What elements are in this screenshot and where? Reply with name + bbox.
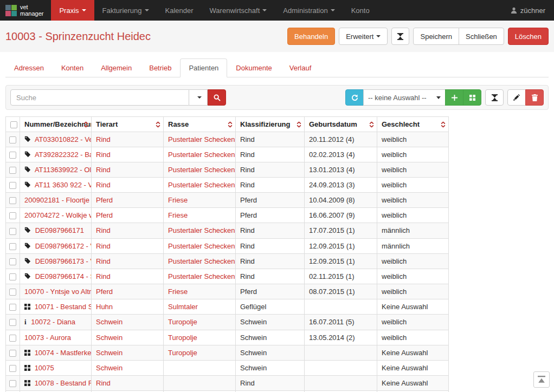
row-checkbox[interactable] <box>9 197 16 204</box>
table-row[interactable]: 10075 Schwein Schwein Keine Auswahl <box>6 360 449 375</box>
patient-name-link[interactable]: 10075 <box>35 364 54 372</box>
table-row[interactable]: i 10072 - Diana Schwein Turopolje Schwei… <box>6 314 449 330</box>
patient-name-cell[interactable]: AT113639922 - Olivia <box>20 162 92 178</box>
row-checkbox[interactable] <box>9 258 16 265</box>
history-hourglass-button[interactable] <box>391 28 409 45</box>
patient-name-link[interactable]: 200704272 - Wolkje va... <box>24 211 92 219</box>
vetmanager-logo[interactable]: vet manager <box>0 0 51 21</box>
column-header-tierart[interactable]: Tierart <box>92 117 164 132</box>
loeschen-button[interactable]: Löschen <box>508 28 549 45</box>
sort-icons[interactable] <box>156 121 160 127</box>
patient-name-link[interactable]: DE0987966171 <box>35 226 84 234</box>
patient-name-link[interactable]: AT392822322 - Bambi <box>35 151 92 159</box>
nav-menu-item[interactable]: Kalender <box>157 0 202 21</box>
search-options-button[interactable] <box>189 89 208 106</box>
patient-name-cell[interactable]: AT392822322 - Bambi <box>20 147 92 162</box>
column-header-nummer[interactable]: Nummer/Bezeichnung <box>20 117 92 132</box>
tab[interactable]: Patienten <box>180 58 227 77</box>
sort-icons[interactable] <box>297 121 301 127</box>
patient-name-cell[interactable]: AT033010822 - Vera <box>20 132 92 147</box>
patient-name-link[interactable]: AT113639922 - Olivia <box>35 166 92 174</box>
nav-menu-item[interactable]: Praxis <box>51 0 94 21</box>
table-row[interactable]: 10073 - Aurora Schwein Turopolje Schwein… <box>6 330 449 345</box>
patient-name-cell[interactable]: 10078 - Bestand Rin... <box>20 376 92 391</box>
column-header-geburtsdatum[interactable]: Geburtsdatum <box>305 117 377 132</box>
speichern-button[interactable]: Speichern <box>413 28 459 45</box>
row-checkbox[interactable] <box>9 304 16 311</box>
row-checkbox[interactable] <box>9 289 16 296</box>
patient-name-cell[interactable]: 10071 - Bestand Sul... <box>20 299 92 314</box>
search-button[interactable] <box>208 89 226 106</box>
column-header-geschlecht[interactable]: Geschlecht <box>377 117 449 132</box>
row-checkbox[interactable] <box>9 319 16 326</box>
table-row[interactable]: DE0987966174 - Sc... Rind Pustertaler Sc… <box>6 269 449 284</box>
row-checkbox[interactable] <box>9 350 16 357</box>
schliessen-button[interactable]: Schließen <box>459 28 504 45</box>
history-hourglass-button-2[interactable] <box>485 89 504 106</box>
selection-dropdown[interactable]: -- keine Auswahl -- <box>363 89 446 106</box>
scroll-to-top-button[interactable] <box>533 371 550 388</box>
patient-name-cell[interactable]: DE0987966171 <box>20 223 92 238</box>
row-checkbox[interactable] <box>9 243 16 250</box>
table-row[interactable]: 10070 - Yntsje vo Altm... Pferd Friese P… <box>6 284 449 299</box>
add-patient-button[interactable] <box>445 89 463 106</box>
patient-name-cell[interactable]: i 10072 - Diana <box>20 314 92 330</box>
patient-name-link[interactable]: 10078 - Bestand Rin... <box>35 379 92 387</box>
nav-menu-item[interactable]: Warenwirtschaft <box>202 0 275 21</box>
patient-name-cell[interactable]: 200902181 - Floortje va... <box>20 193 92 208</box>
user-menu[interactable]: züchner <box>511 0 554 21</box>
row-checkbox[interactable] <box>9 365 16 372</box>
sort-icons[interactable] <box>228 121 233 127</box>
table-row[interactable]: 10074 - Mastferkel u... Schwein Turopolj… <box>6 345 449 360</box>
patient-name-cell[interactable]: DE0987966174 - Sc... <box>20 269 92 284</box>
patient-name-cell[interactable]: DE0987966173 - Vic... <box>20 253 92 269</box>
patient-name-link[interactable]: 10070 - Yntsje vo Altm... <box>24 288 92 296</box>
refresh-button[interactable] <box>345 89 364 106</box>
table-row[interactable]: 10078 - Bestand Rin... Rind Rind Keine A… <box>6 376 449 391</box>
tab[interactable]: Dokumente <box>227 58 280 77</box>
patient-name-link[interactable]: AT11 3630 922 - Van... <box>35 181 92 189</box>
patient-name-cell[interactable]: AT11 3630 922 - Van... <box>20 178 92 193</box>
tab[interactable]: Betrieb <box>140 58 180 77</box>
sort-icons[interactable] <box>83 121 88 127</box>
search-input[interactable] <box>10 89 189 106</box>
table-row[interactable]: AT113639922 - Olivia Rind Pustertaler Sc… <box>6 162 449 178</box>
column-header-rasse[interactable]: Rasse <box>164 117 236 132</box>
patient-name-cell[interactable]: 10074 - Mastferkel u... <box>20 345 92 360</box>
sort-icons[interactable] <box>369 121 374 127</box>
row-checkbox[interactable] <box>9 152 16 159</box>
table-row[interactable]: DE0987966173 - Vic... Rind Pustertaler S… <box>6 253 449 269</box>
row-checkbox[interactable] <box>9 212 16 219</box>
table-row[interactable]: AT11 3630 922 - Van... Rind Pustertaler … <box>6 178 449 193</box>
table-row[interactable]: DE0987966171 Rind Pustertaler Schecken R… <box>6 223 449 238</box>
patient-name-cell[interactable]: 200704272 - Wolkje va... <box>20 208 92 223</box>
patient-name-link[interactable]: 10072 - Diana <box>31 318 75 326</box>
edit-button[interactable] <box>507 89 526 106</box>
tab[interactable]: Adressen <box>5 58 53 77</box>
table-row[interactable]: 200704272 - Wolkje va... Pferd Friese Pf… <box>6 208 449 223</box>
add-group-button[interactable] <box>463 89 481 106</box>
table-row[interactable]: 200902181 - Floortje va... Pferd Friese … <box>6 193 449 208</box>
select-all-checkbox[interactable] <box>10 121 17 128</box>
table-row[interactable]: DE0987966172 - Vic... Rind Pustertaler S… <box>6 238 449 253</box>
row-checkbox[interactable] <box>9 167 16 174</box>
erweitert-button[interactable]: Erweitert <box>339 28 388 45</box>
nav-menu-item[interactable]: Konto <box>343 0 378 21</box>
column-header-klassifizierung[interactable]: Klassifizierung <box>236 117 305 132</box>
table-row[interactable]: AT392822322 - Bambi Rind Pustertaler Sch… <box>6 147 449 162</box>
row-checkbox[interactable] <box>9 273 16 280</box>
patient-name-link[interactable]: 10071 - Bestand Sul... <box>35 303 92 311</box>
patient-name-link[interactable]: DE0987966174 - Sc... <box>35 272 92 280</box>
tab[interactable]: Verlauf <box>281 58 320 77</box>
patient-name-cell[interactable]: 10073 - Aurora <box>20 330 92 345</box>
delete-button[interactable] <box>525 89 544 106</box>
row-checkbox[interactable] <box>9 335 16 342</box>
patient-name-link[interactable]: 10073 - Aurora <box>24 334 71 342</box>
behandeln-button[interactable]: Behandeln <box>287 28 335 45</box>
patient-name-link[interactable]: 10074 - Mastferkel u... <box>35 349 92 357</box>
patient-name-link[interactable]: DE0987966172 - Vic... <box>35 242 92 250</box>
patient-name-link[interactable]: 200902181 - Floortje va... <box>24 196 92 204</box>
nav-menu-item[interactable]: Fakturierung <box>94 0 157 21</box>
tab[interactable]: Konten <box>53 58 92 77</box>
patient-name-link[interactable]: DE0987966173 - Vic... <box>35 257 92 265</box>
